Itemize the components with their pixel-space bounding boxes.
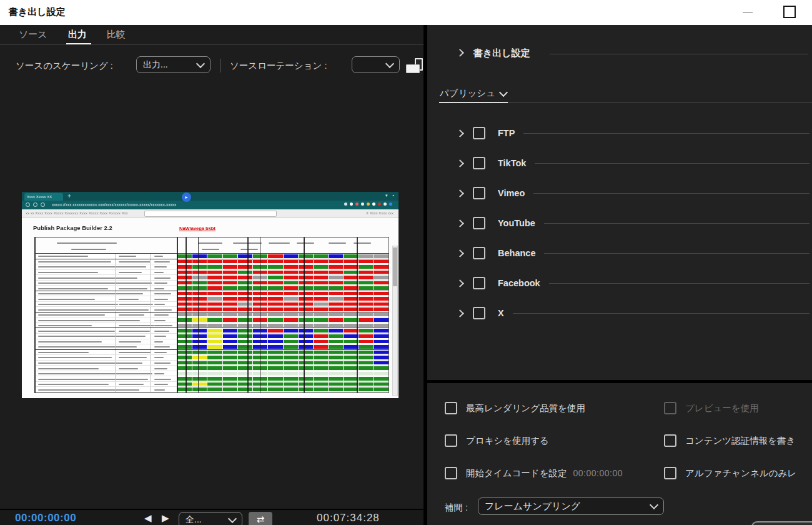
chevron-right-icon[interactable] bbox=[456, 49, 464, 57]
current-timecode[interactable]: 00:00:00:00 bbox=[15, 512, 76, 524]
option-checkbox[interactable] bbox=[445, 467, 457, 479]
source-rotation-label: ソースローテーション : bbox=[230, 60, 327, 72]
duration-timecode: 00:07:34:28 bbox=[317, 512, 380, 524]
chevron-right-icon[interactable] bbox=[456, 189, 464, 198]
publish-item-facebook: Facebook bbox=[427, 268, 810, 298]
publish-checkbox[interactable] bbox=[473, 127, 485, 139]
preview-table-row bbox=[36, 307, 389, 312]
preview-nav-icons bbox=[26, 202, 45, 207]
tab-output[interactable]: 出力 bbox=[68, 29, 87, 41]
option-checkbox bbox=[664, 402, 676, 414]
preview-extension-badge-icon: ▸ bbox=[182, 192, 191, 202]
chevron-right-icon[interactable] bbox=[456, 309, 464, 318]
set-in-point-icon[interactable]: ◀ bbox=[144, 512, 152, 524]
preview-table-row bbox=[36, 371, 389, 377]
chevron-right-icon[interactable] bbox=[456, 159, 464, 168]
option-row: アルファチャンネルのみレ bbox=[664, 467, 796, 479]
preview-table-row bbox=[36, 350, 389, 356]
preview-table-row bbox=[36, 275, 389, 281]
source-scaling-dropdown[interactable]: 出力... bbox=[136, 56, 210, 73]
minimize-icon bbox=[743, 12, 753, 13]
publish-item-youtube: YouTube bbox=[427, 208, 810, 238]
item-rule bbox=[544, 253, 810, 254]
section-rule bbox=[508, 102, 812, 103]
preview-table-row bbox=[36, 382, 389, 388]
maximize-button[interactable] bbox=[783, 6, 796, 18]
partial-button[interactable] bbox=[751, 521, 812, 525]
publish-checkbox[interactable] bbox=[473, 277, 485, 289]
option-checkbox[interactable] bbox=[445, 402, 457, 414]
range-dropdown[interactable]: 全... bbox=[179, 512, 242, 525]
interpolation-dropdown[interactable]: フレームサンプリング bbox=[478, 498, 664, 515]
preview-browser-tab: Xxxx Xxxxx XX bbox=[24, 193, 63, 201]
publish-item-vimeo: Vimeo bbox=[427, 178, 810, 208]
preview-table-row bbox=[36, 334, 389, 339]
publish-checkbox[interactable] bbox=[473, 307, 485, 319]
option-row: プレビューを使用 bbox=[664, 402, 759, 414]
tab-source[interactable]: ソース bbox=[19, 29, 47, 41]
set-out-point-icon[interactable]: ▶ bbox=[162, 512, 169, 524]
preview-table-row bbox=[36, 302, 389, 308]
range-value: 全... bbox=[186, 514, 202, 525]
chevron-right-icon[interactable] bbox=[456, 279, 464, 288]
preview-scrollbar bbox=[392, 246, 398, 396]
publish-item-tiktok: TikTok bbox=[427, 148, 810, 178]
scaling-toolbar: ソースのスケーリング : 出力... ソースローテーション : bbox=[0, 52, 423, 80]
option-row: プロキシを使用する bbox=[445, 434, 549, 447]
option-label: コンテンツ認証情報を書き bbox=[685, 435, 795, 447]
preview-table-row bbox=[36, 270, 389, 276]
minimize-button[interactable] bbox=[740, 5, 756, 20]
export-settings-window: 書き出し設定 ソース 出力 比較 ソースのスケーリング : 出力... ソースロ… bbox=[0, 0, 812, 525]
option-label: 開始タイムコードを設定 bbox=[466, 468, 567, 479]
preview-table-header bbox=[36, 238, 389, 254]
start-timecode-value: 00:00:00:00 bbox=[573, 468, 623, 478]
option-checkbox[interactable] bbox=[664, 434, 676, 447]
preview-newtab-icon: + bbox=[67, 192, 71, 199]
item-rule bbox=[523, 133, 810, 134]
source-scaling-value: 出力... bbox=[143, 59, 168, 71]
preview-table-row bbox=[36, 339, 389, 345]
preview-window-controls: ▾ ▪ bbox=[385, 193, 396, 198]
publish-section-label[interactable]: パブリッシュ bbox=[440, 88, 507, 99]
item-rule bbox=[549, 283, 810, 284]
publish-checkbox[interactable] bbox=[473, 187, 485, 199]
chevron-right-icon[interactable] bbox=[456, 249, 464, 258]
option-row: 最高レンダリング品質を使用 bbox=[445, 402, 585, 414]
chevron-down-icon bbox=[650, 501, 658, 509]
export-settings-section-label[interactable]: 書き出し設定 bbox=[473, 48, 530, 59]
option-row: コンテンツ認証情報を書き bbox=[664, 434, 795, 447]
option-checkbox[interactable] bbox=[664, 467, 676, 479]
chevron-down-icon bbox=[499, 88, 508, 96]
preview-table-row bbox=[36, 296, 389, 302]
publish-checkbox[interactable] bbox=[473, 247, 485, 259]
item-rule bbox=[535, 163, 810, 164]
active-tab-underline bbox=[66, 43, 91, 44]
interpolation-row: 補間 : bbox=[445, 502, 468, 514]
preview-table-row bbox=[36, 291, 389, 297]
chevron-right-icon[interactable] bbox=[456, 219, 464, 228]
publish-underline bbox=[439, 102, 508, 103]
source-rotation-dropdown[interactable] bbox=[352, 56, 400, 73]
preview-red-notice: NaW/avega bkbt bbox=[179, 226, 215, 231]
preview-page-toolbar: xx xx Xxxx Xxxx Xxxxx Xxxxxxx Xxxx Xxxxx… bbox=[22, 209, 399, 218]
preview-status-table bbox=[34, 237, 389, 393]
preview-table-row bbox=[36, 259, 389, 265]
tab-compare[interactable]: 比較 bbox=[107, 29, 126, 41]
option-checkbox[interactable] bbox=[445, 434, 457, 447]
preview-toolbar-right-text: X Xxxx Xxxx xxx bbox=[366, 211, 394, 215]
item-rule bbox=[513, 313, 810, 314]
toolbar-divider bbox=[220, 59, 220, 72]
publish-item-label: X bbox=[498, 308, 504, 318]
orientation-icon[interactable] bbox=[406, 58, 423, 74]
chevron-right-icon[interactable] bbox=[456, 129, 464, 138]
publish-checkbox[interactable] bbox=[473, 217, 485, 229]
publish-item-label: Behance bbox=[498, 248, 535, 258]
in-out-range-button[interactable]: ⇄ bbox=[249, 512, 272, 525]
publish-checkbox[interactable] bbox=[473, 157, 485, 169]
preview-table-row bbox=[36, 387, 389, 392]
preview-table-row bbox=[36, 312, 389, 318]
preview-panel: ソース 出力 比較 ソースのスケーリング : 出力... ソースローテーション … bbox=[0, 25, 423, 525]
option-row: 開始タイムコードを設定00:00:00:00 bbox=[445, 467, 623, 479]
preview-search-box bbox=[144, 211, 277, 217]
publish-item-label: Facebook bbox=[498, 278, 540, 288]
